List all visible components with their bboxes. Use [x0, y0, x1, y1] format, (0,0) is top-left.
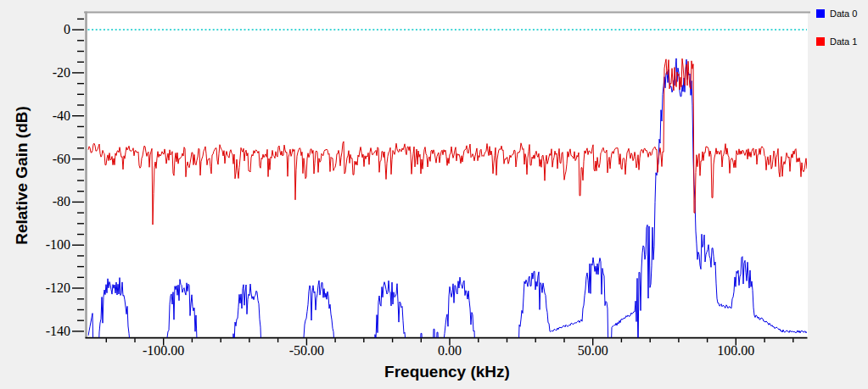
x-tick-label: 50.00 — [552, 343, 634, 358]
x-axis-title: Frequency (kHz) — [384, 363, 510, 381]
y-tick-label: -100 — [0, 237, 70, 253]
x-tick-label: 0.00 — [409, 343, 490, 358]
legend-item-data1: Data 1 — [816, 36, 857, 47]
data1-legend-label: Data 1 — [830, 36, 857, 47]
y-tick-label: -20 — [0, 65, 70, 81]
x-tick-label: -100.00 — [123, 343, 204, 358]
legend: Data 0 Data 1 — [816, 8, 857, 64]
y-tick-label: -120 — [0, 281, 70, 296]
data0-color-swatch — [816, 9, 825, 18]
legend-item-data0: Data 0 — [816, 8, 857, 19]
x-tick-label: -50.00 — [266, 343, 347, 358]
y-tick-label: -140 — [0, 324, 70, 339]
data1-color-swatch — [816, 37, 825, 46]
plot-area — [0, 0, 868, 389]
y-tick-label: -60 — [0, 152, 70, 167]
spectrum-graph: Relative Gain (dB) Frequency (kHz) 0-20-… — [0, 0, 868, 389]
y-tick-label: -40 — [0, 108, 70, 124]
data0-legend-label: Data 0 — [830, 8, 857, 19]
y-tick-label: -80 — [0, 194, 70, 209]
x-tick-label: 100.00 — [695, 343, 776, 358]
y-tick-label: 0 — [0, 22, 70, 37]
y-axis-title: Relative Gain (dB) — [13, 106, 31, 245]
